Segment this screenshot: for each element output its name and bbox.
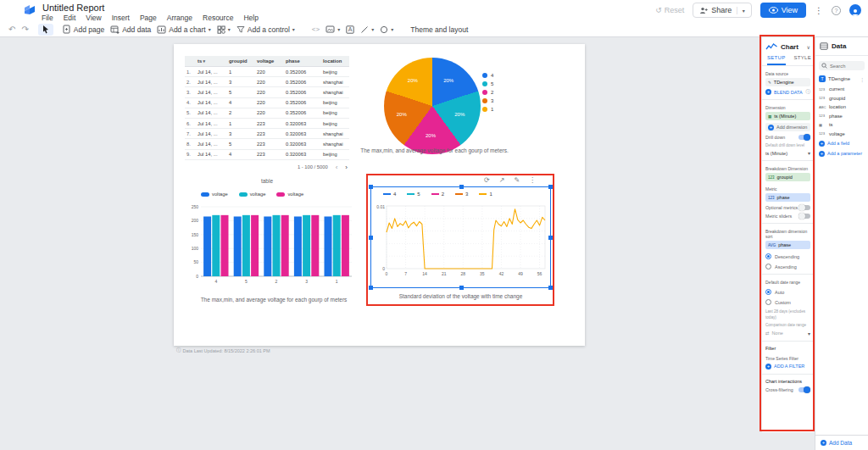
add-chart-button[interactable]: Add a chart ▾ bbox=[157, 25, 211, 34]
undo-icon[interactable]: ↶ bbox=[8, 25, 15, 34]
menu-insert[interactable]: Insert bbox=[112, 14, 130, 22]
embed-icon[interactable]: <> bbox=[312, 25, 320, 33]
bar-chart[interactable]: voltagevoltagevoltage 050100150200250452… bbox=[189, 192, 359, 310]
sort-ascending-radio[interactable]: Ascending bbox=[765, 264, 810, 269]
data-source-row[interactable]: T TDengine ⋮ bbox=[819, 75, 865, 82]
field-location[interactable]: ABClocation bbox=[819, 104, 865, 109]
menu-help[interactable]: Help bbox=[243, 14, 258, 22]
redo-icon[interactable]: ↷ bbox=[21, 25, 28, 34]
avatar[interactable] bbox=[849, 4, 861, 16]
table-row[interactable]: 5.Jul 14, ...22200.352006beijing bbox=[185, 108, 349, 118]
legend-item[interactable]: voltage bbox=[276, 192, 303, 197]
chart-more-icon[interactable]: ⋮ bbox=[529, 176, 536, 184]
selection-handle[interactable] bbox=[548, 236, 553, 240]
legend-item[interactable]: voltage bbox=[201, 192, 228, 197]
tab-setup[interactable]: SETUP bbox=[767, 55, 786, 65]
legend-item[interactable]: 2 bbox=[431, 192, 444, 197]
add-data-button[interactable]: + Add Data bbox=[821, 440, 852, 446]
col-header-phase[interactable]: phase bbox=[284, 56, 321, 67]
add-filter-button[interactable]: + ADD A FILTER bbox=[765, 364, 810, 369]
table-row[interactable]: 4.Jul 14, ...42200.352006beijing bbox=[185, 97, 349, 108]
col-header-index[interactable] bbox=[185, 56, 196, 67]
refresh-icon[interactable]: ⟳ bbox=[484, 176, 490, 184]
community-viz-button[interactable]: ▾ bbox=[217, 25, 231, 34]
selection-handle[interactable] bbox=[548, 185, 553, 189]
add-data-button[interactable]: Add data bbox=[110, 25, 151, 34]
field-current[interactable]: 123current bbox=[819, 86, 865, 92]
legend-item[interactable]: voltage bbox=[239, 192, 266, 197]
col-header-voltage[interactable]: voltage bbox=[255, 56, 284, 67]
cursor-tool-button[interactable] bbox=[38, 24, 53, 36]
field-phase[interactable]: 123phase bbox=[819, 114, 865, 119]
prev-page-button[interactable]: ‹ bbox=[336, 164, 338, 171]
menu-resource[interactable]: Resource bbox=[203, 14, 233, 22]
date-auto-radio[interactable]: Auto bbox=[765, 289, 810, 295]
reset-button[interactable]: ↺ Reset bbox=[655, 6, 684, 14]
data-source-chip[interactable]: ✎ TDengine bbox=[765, 78, 810, 86]
field-voltage[interactable]: 123voltage bbox=[819, 131, 865, 136]
legend-item[interactable]: 3 bbox=[455, 192, 468, 197]
menu-file[interactable]: File bbox=[42, 14, 53, 22]
drill-level-select[interactable]: ts (Minute) ▾ bbox=[765, 150, 810, 156]
sort-chip[interactable]: AVG phase bbox=[765, 241, 810, 249]
comparison-date-select[interactable]: ⇄ None ▾ bbox=[765, 331, 810, 336]
selection-handle[interactable] bbox=[459, 286, 464, 290]
line-chart[interactable]: 45231 07142128354249560.010 bbox=[370, 186, 551, 288]
col-header-ts[interactable]: ts ▾ bbox=[196, 56, 227, 67]
drill-down-toggle[interactable] bbox=[798, 135, 810, 140]
breakdown-dimension-chip[interactable]: 123 groupid bbox=[765, 173, 810, 181]
table-row[interactable]: 3.Jul 14, ...52200.352006shanghai bbox=[185, 87, 349, 97]
add-dimension-button[interactable]: + Add dimension bbox=[765, 123, 810, 131]
cross-filtering-toggle[interactable] bbox=[798, 387, 810, 392]
table-row[interactable]: 2.Jul 14, ...32200.352006shanghai bbox=[185, 77, 349, 87]
chevron-down-icon[interactable]: ∨ bbox=[807, 44, 810, 50]
search-box[interactable] bbox=[819, 61, 865, 70]
selection-handle[interactable] bbox=[548, 286, 553, 290]
metric-sliders-toggle[interactable] bbox=[798, 214, 810, 219]
legend-item[interactable]: 1 bbox=[479, 192, 492, 197]
add-control-button[interactable]: Add a control ▾ bbox=[236, 25, 295, 34]
next-page-button[interactable]: › bbox=[345, 164, 348, 171]
sort-descending-radio[interactable]: Descending bbox=[765, 253, 810, 259]
table-row[interactable]: 7.Jul 14, ...32230.320063shanghai bbox=[185, 129, 349, 139]
theme-layout-button[interactable]: Theme and layout bbox=[410, 25, 468, 34]
selection-handle[interactable] bbox=[369, 185, 373, 189]
collapse-fields-icon[interactable]: ⋮ bbox=[860, 76, 865, 82]
col-header-groupid[interactable]: groupid bbox=[227, 56, 255, 67]
table-row[interactable]: 6.Jul 14, ...12230.320063beijing bbox=[185, 118, 349, 128]
help-icon[interactable]: ? bbox=[832, 6, 841, 15]
selection-handle[interactable] bbox=[459, 185, 464, 189]
edit-icon[interactable]: ✎ bbox=[514, 176, 520, 184]
field-groupid[interactable]: 123groupid bbox=[819, 96, 865, 101]
legend-item[interactable]: 4 bbox=[383, 192, 396, 197]
legend-item[interactable]: 5 bbox=[407, 192, 420, 197]
legend-item[interactable]: 5 bbox=[482, 81, 493, 86]
selection-handle[interactable] bbox=[369, 236, 373, 240]
legend-item[interactable]: 2 bbox=[482, 90, 493, 95]
table-row[interactable]: 1.Jul 14, ...12200.352006beijing bbox=[185, 67, 349, 77]
optional-metrics-toggle[interactable] bbox=[798, 205, 810, 210]
report-page[interactable]: ts ▾groupidvoltagephaselocation1.Jul 14,… bbox=[174, 44, 585, 346]
report-title[interactable]: Untitled Report bbox=[42, 3, 104, 13]
date-custom-radio[interactable]: Custom bbox=[765, 299, 810, 305]
menu-arrange[interactable]: Arrange bbox=[167, 14, 192, 22]
legend-item[interactable]: 4 bbox=[482, 73, 493, 78]
text-button[interactable]: A bbox=[346, 25, 354, 34]
menu-view[interactable]: View bbox=[86, 14, 101, 22]
tab-style[interactable]: STYLE bbox=[794, 55, 812, 65]
open-icon[interactable]: ↗ bbox=[499, 176, 505, 184]
menu-edit[interactable]: Edit bbox=[64, 14, 76, 22]
legend-item[interactable]: 1 bbox=[482, 107, 493, 112]
field-ts[interactable]: ▦ts bbox=[819, 122, 865, 127]
add-field-button[interactable]: + Add a field bbox=[819, 141, 865, 147]
view-button[interactable]: View bbox=[760, 3, 806, 18]
add-page-button[interactable]: Add page bbox=[63, 25, 104, 34]
col-header-location[interactable]: location bbox=[321, 56, 349, 67]
shape-button[interactable]: ▾ bbox=[380, 25, 393, 34]
dimension-chip[interactable]: ▦ ts (Minute) bbox=[765, 112, 810, 120]
metric-chip[interactable]: 123 phase bbox=[765, 193, 810, 202]
image-button[interactable]: ▾ bbox=[326, 25, 340, 33]
blend-data-button[interactable]: + BLEND DATA ⓘ bbox=[765, 89, 810, 95]
more-menu-icon[interactable]: ⋮ bbox=[815, 6, 823, 15]
menu-page[interactable]: Page bbox=[140, 14, 157, 22]
